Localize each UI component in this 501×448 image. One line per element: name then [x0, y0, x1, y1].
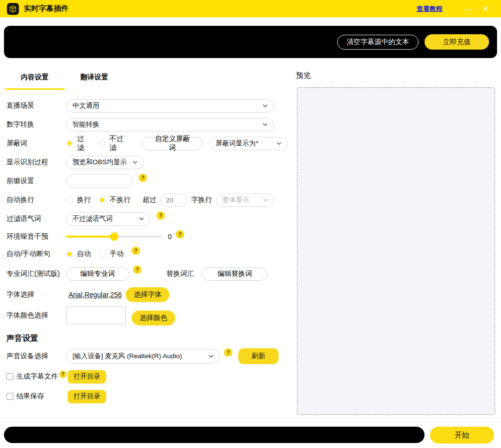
prefix-input[interactable] — [66, 174, 133, 188]
vocab-label: 专业词汇(测试版) — [6, 269, 66, 278]
recognition-display-value: 预览和OBS均显示 — [72, 158, 127, 167]
subtitle-file-label[interactable]: 生成字幕文件 — [16, 372, 58, 381]
wrap-count-input[interactable] — [160, 193, 187, 207]
noise-label: 环境噪音干预 — [6, 232, 66, 241]
filter-fillers-label: 过滤语气词 — [6, 214, 66, 223]
recognition-display-select[interactable]: 预览和OBS均显示 — [66, 156, 144, 169]
noise-value: 0 — [168, 233, 172, 241]
subtitle-file-checkbox-group: 生成字幕文件 ? — [6, 372, 68, 381]
row-auto-wrap: 自动换行 换行 不换行 超过 字换行 整体显示 — [0, 191, 288, 209]
filter-fillers-select[interactable]: 不过滤语气词 — [66, 212, 150, 226]
start-button[interactable]: 开始 — [430, 427, 494, 444]
sound-device-help-icon[interactable]: ? — [224, 348, 232, 357]
segmentation-label: 自动/手动断句 — [6, 250, 66, 258]
wrap-radio-label[interactable]: 换行 — [77, 195, 91, 204]
auto-wrap-label: 自动换行 — [6, 195, 66, 204]
nowrap-radio-label[interactable]: 不换行 — [110, 195, 131, 204]
live-scene-label: 直播场景 — [6, 101, 66, 110]
row-font-select: 字体选择 Arial,Regular,256 选择字体 — [0, 285, 288, 305]
row-recognition-display: 显示识别过程 预览和OBS均显示 — [0, 153, 288, 172]
preview-area — [297, 87, 495, 415]
sound-device-label: 声音设备选择 — [6, 352, 66, 361]
row-font-color: 字体颜色选择 选择颜色 — [0, 305, 288, 326]
tab-content-settings[interactable]: 内容设置 — [5, 67, 65, 90]
wrap-suffix-label: 字换行 — [191, 195, 212, 204]
subtitle-file-help-icon[interactable]: ? — [59, 371, 67, 378]
nowrap-radio[interactable] — [99, 196, 106, 203]
chevron-down-icon — [263, 104, 268, 107]
close-button[interactable]: ✕ — [477, 2, 494, 16]
live-scene-value: 中文通用 — [72, 101, 99, 110]
blocked-nofilter-radio[interactable] — [98, 140, 105, 147]
row-segmentation: 自动/手动断句 自动 手动 ? — [0, 245, 288, 263]
status-bar — [4, 427, 425, 443]
settings-panel: 内容设置 翻译设置 直播场景 中文通用 数字转换 智能转换 屏蔽词 过滤 不过滤 — [0, 67, 288, 406]
noise-slider-thumb[interactable] — [110, 233, 118, 241]
edit-pro-vocab-button[interactable]: 编辑专业词 — [66, 267, 129, 281]
noise-slider-fill — [66, 236, 114, 238]
choose-color-button[interactable]: 选择颜色 — [132, 311, 175, 325]
font-color-input[interactable] — [66, 307, 126, 324]
font-color-label: 字体颜色选择 — [6, 311, 66, 320]
number-convert-value: 智能转换 — [72, 120, 99, 129]
chevron-down-icon — [139, 217, 144, 220]
wrap-mode-value: 整体显示 — [222, 195, 249, 204]
segment-auto-radio-label[interactable]: 自动 — [77, 250, 91, 258]
row-prefix: 前缀设置 ? — [0, 172, 288, 191]
chevron-down-icon — [263, 123, 268, 126]
row-result-save: 结果保存 打开目录 — [0, 386, 288, 406]
preview-label: 预览 — [296, 71, 495, 80]
result-save-checkbox-group: 结果保存 — [6, 392, 68, 401]
preview-panel: 预览 — [296, 71, 495, 415]
sound-device-value: [输入设备] 麦克风 (Realtek(R) Audio) — [72, 352, 182, 361]
blocked-filter-radio-label[interactable]: 过滤 — [77, 134, 90, 152]
segment-manual-radio-label[interactable]: 手动 — [110, 250, 124, 258]
result-save-checkbox[interactable] — [6, 393, 13, 400]
row-vocab: 专业词汇(测试版) 编辑专业词 ? 替换词汇 编辑替换词 — [0, 263, 288, 285]
segmentation-help-icon[interactable]: ? — [132, 247, 140, 255]
blocked-display-as-value: 屏蔽词显示为* — [215, 139, 258, 148]
tab-translate-settings[interactable]: 翻译设置 — [65, 67, 124, 90]
noise-slider[interactable] — [66, 236, 162, 238]
filter-fillers-help-icon[interactable]: ? — [156, 211, 165, 220]
segment-auto-radio[interactable] — [66, 251, 73, 257]
row-filter-fillers: 过滤语气词 不过滤语气词 ? — [0, 209, 288, 228]
blocked-filter-radio[interactable] — [66, 140, 73, 147]
recognition-display-label: 显示识别过程 — [6, 158, 66, 167]
clear-subtitle-text-button[interactable]: 清空字幕源中的文本 — [337, 35, 419, 50]
blocked-nofilter-radio-label[interactable]: 不过滤 — [109, 134, 130, 152]
prefix-help-icon[interactable]: ? — [139, 174, 147, 182]
number-convert-select[interactable]: 智能转换 — [66, 118, 274, 131]
blocked-words-label: 屏蔽词 — [6, 139, 66, 148]
result-save-label[interactable]: 结果保存 — [16, 392, 44, 401]
choose-font-button[interactable]: 选择字体 — [126, 287, 169, 302]
footer-divider — [0, 421, 501, 422]
open-result-dir-button[interactable]: 打开目录 — [68, 390, 106, 403]
app-logo-icon — [7, 3, 19, 15]
subtitle-source-banner: 清空字幕源中的文本 立即充值 — [4, 26, 497, 58]
current-font-link[interactable]: Arial,Regular,256 — [69, 291, 122, 299]
row-noise: 环境噪音干预 0 ? — [0, 228, 288, 245]
live-scene-select[interactable]: 中文通用 — [66, 99, 274, 113]
edit-replace-vocab-button[interactable]: 编辑替换词 — [202, 267, 268, 281]
blocked-display-as-select[interactable]: 屏蔽词显示为* — [209, 137, 288, 150]
segment-manual-radio[interactable] — [99, 251, 106, 257]
row-subtitle-file: 生成字幕文件 ? 打开目录 — [0, 367, 288, 386]
wrap-mode-select[interactable]: 整体显示 — [216, 193, 275, 207]
titlebar: 实时字幕插件 查看教程 — ✕ — [0, 0, 501, 17]
wrap-radio[interactable] — [66, 196, 73, 203]
custom-blocked-words-button[interactable]: 自定义屏蔽词 — [142, 137, 203, 150]
sound-device-select[interactable]: [输入设备] 麦克风 (Realtek(R) Audio) — [66, 349, 220, 364]
filter-fillers-value: 不过滤语气词 — [72, 214, 113, 223]
tutorial-link[interactable]: 查看教程 — [417, 4, 442, 13]
subtitle-file-checkbox[interactable] — [6, 373, 13, 380]
refresh-devices-button[interactable]: 刷新 — [238, 348, 279, 364]
recharge-button[interactable]: 立即充值 — [425, 34, 489, 50]
minimize-button[interactable]: — — [460, 2, 477, 16]
row-live-scene: 直播场景 中文通用 — [0, 96, 288, 115]
chevron-down-icon — [277, 142, 282, 145]
open-subtitle-dir-button[interactable]: 打开目录 — [68, 370, 106, 384]
noise-help-icon[interactable]: ? — [176, 230, 184, 239]
vocab-help-icon[interactable]: ? — [133, 265, 142, 274]
row-blocked-words: 屏蔽词 过滤 不过滤 自定义屏蔽词 屏蔽词显示为* — [0, 134, 288, 153]
